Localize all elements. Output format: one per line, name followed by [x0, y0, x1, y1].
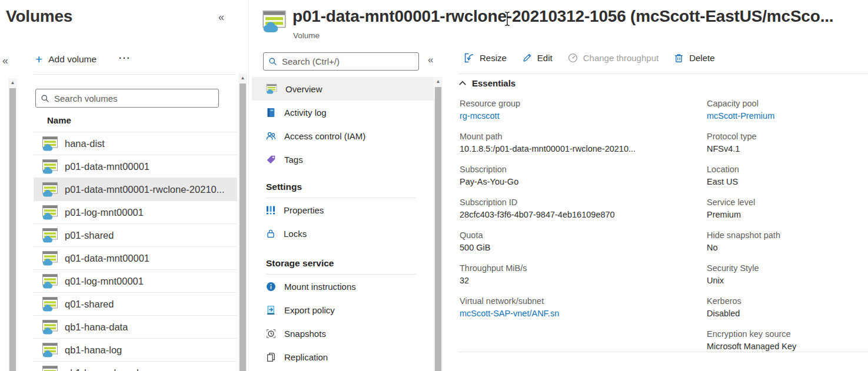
- scroll-up-icon[interactable]: ▲: [238, 75, 247, 82]
- menu-item-label: Tags: [284, 155, 303, 165]
- volume-list-item[interactable]: qb1-hana-data: [34, 316, 237, 339]
- volume-name: q01-shared: [65, 299, 114, 310]
- volume-list-item[interactable]: p01-log-mnt00001: [34, 201, 237, 224]
- menu-item-replication[interactable]: Replication: [252, 345, 434, 369]
- resize-icon: [464, 53, 474, 63]
- field-value: Premium: [707, 208, 867, 221]
- menu-item-label: Properties: [284, 205, 324, 215]
- search-volumes-input[interactable]: [54, 93, 214, 103]
- volume-icon: [42, 250, 58, 266]
- volume-list-item[interactable]: q01-data-mnt00001: [34, 247, 237, 270]
- volume-list-item[interactable]: qb1-hana-log: [34, 339, 237, 362]
- edit-button[interactable]: Edit: [522, 53, 553, 63]
- delete-button[interactable]: Delete: [674, 53, 714, 63]
- volume-list-item-selected[interactable]: p01-data-mnt00001-rwclone-20210...: [34, 178, 237, 201]
- blade-search-box[interactable]: [263, 52, 419, 71]
- volume-icon: [42, 182, 58, 197]
- field-value: Unix: [707, 274, 867, 287]
- outer-blade-collapse-icon[interactable]: «: [2, 55, 8, 66]
- tag-icon: [266, 155, 276, 165]
- scrollbar-thumb[interactable]: [240, 83, 246, 371]
- blade-search-input[interactable]: [282, 56, 414, 66]
- menu-item-mount-instructions[interactable]: Mount instructions: [252, 275, 434, 298]
- volume-list-item[interactable]: p01-shared: [34, 224, 237, 247]
- resize-button[interactable]: Resize: [464, 53, 507, 63]
- essentials-field: Encryption key source Microsoft Managed …: [707, 328, 867, 353]
- volume-list-item[interactable]: q01-log-mnt00001: [34, 270, 237, 293]
- properties-icon: [266, 205, 275, 215]
- field-label: Mount path: [460, 131, 702, 142]
- virtual-network-link[interactable]: mcScott-SAP-vnet/ANF.sn: [460, 307, 702, 320]
- lock-icon: [266, 229, 275, 238]
- volume-list-item[interactable]: q01-shared: [34, 293, 237, 316]
- field-label: Protocol type: [707, 131, 867, 142]
- volume-list-item[interactable]: p01-data-mnt00001: [34, 155, 237, 178]
- add-volume-label: Add volume: [48, 54, 97, 65]
- edit-label: Edit: [537, 53, 553, 63]
- scrollbar-thumb[interactable]: [435, 87, 441, 371]
- edit-icon: [522, 53, 532, 63]
- menu-item-label: Snapshots: [284, 329, 326, 339]
- field-label: Security Style: [707, 262, 867, 274]
- menu-item-locks[interactable]: Locks: [252, 222, 434, 245]
- menu-item-overview[interactable]: Overview: [252, 77, 434, 101]
- volume-name: qb1-hana-shared: [65, 367, 139, 371]
- activity-log-icon: [266, 108, 276, 118]
- menu-item-activity-log[interactable]: Activity log: [252, 101, 434, 124]
- field-label: Encryption key source: [707, 328, 867, 340]
- left-strip-scrollbar[interactable]: ▲: [8, 78, 17, 371]
- essentials-toggle[interactable]: Essentials: [458, 78, 516, 88]
- scroll-up-icon[interactable]: ▲: [8, 79, 17, 86]
- change-throughput-label: Change throughput: [583, 53, 659, 63]
- field-label: Throughput MiB/s: [460, 262, 702, 274]
- menu-item-snapshots[interactable]: Snapshots: [252, 322, 434, 345]
- menu-item-tags[interactable]: Tags: [252, 148, 434, 171]
- volume-icon: [42, 365, 58, 371]
- field-label: Hide snapshot path: [707, 229, 867, 241]
- capacity-pool-link[interactable]: mcScott-Premium: [707, 109, 867, 122]
- toolbar-divider: [34, 74, 236, 75]
- delete-label: Delete: [689, 53, 714, 63]
- blade-title: p01-data-mnt00001-rwclone-20210312-1056 …: [292, 7, 856, 26]
- volume-name: p01-log-mnt00001: [65, 207, 144, 218]
- volume-name: q01-log-mnt00001: [65, 276, 144, 287]
- scrollbar-thumb[interactable]: [9, 88, 16, 371]
- essentials-field: Hide snapshot path No: [707, 229, 867, 254]
- field-label: Subscription ID: [460, 196, 702, 208]
- menu-item-access-control[interactable]: Access control (IAM): [252, 124, 434, 148]
- field-label: Kerberos: [707, 295, 867, 307]
- menu-item-label: Export policy: [284, 305, 335, 315]
- volume-icon: [42, 136, 58, 151]
- volume-icon: [42, 319, 58, 335]
- volumes-blade-collapse-icon[interactable]: «: [218, 12, 224, 22]
- volume-list: hana-dist p01-data-mnt00001 p01-data-mnt…: [34, 132, 237, 371]
- volume-icon: [42, 159, 58, 174]
- volume-list-scrollbar[interactable]: ▲: [238, 73, 247, 371]
- menu-item-label: Mount instructions: [284, 282, 356, 292]
- essentials-left-column: Resource group rg-mcscott Mount path 10.…: [460, 98, 702, 328]
- menu-item-label: Replication: [284, 352, 328, 362]
- search-volumes-box[interactable]: [35, 89, 219, 108]
- menu-item-export-policy[interactable]: Export policy: [252, 298, 434, 322]
- delete-icon: [674, 53, 684, 63]
- volume-name: qb1-hana-data: [65, 322, 128, 333]
- menu-scrollbar[interactable]: ▲: [434, 77, 443, 371]
- menu-item-properties[interactable]: Properties: [252, 198, 434, 222]
- volume-list-column-header: Name: [47, 115, 71, 125]
- menu-collapse-icon[interactable]: «: [428, 55, 433, 65]
- resource-group-link[interactable]: rg-mcscott: [460, 109, 702, 122]
- volume-list-item[interactable]: hana-dist: [34, 132, 237, 155]
- essentials-field: Resource group rg-mcscott: [460, 98, 702, 122]
- change-throughput-button[interactable]: Change throughput: [568, 53, 659, 63]
- snapshots-icon: [266, 329, 276, 339]
- field-label: Quota: [460, 229, 702, 241]
- volume-list-item[interactable]: qb1-hana-shared: [34, 362, 237, 371]
- volume-icon: [262, 9, 287, 33]
- more-options-button[interactable]: ⋯: [118, 51, 131, 65]
- plus-icon: +: [35, 54, 42, 65]
- add-volume-button[interactable]: + Add volume: [35, 54, 97, 65]
- essentials-field: Virtual network/subnet mcScott-SAP-vnet/…: [460, 295, 702, 320]
- scroll-up-icon[interactable]: ▲: [434, 78, 443, 85]
- essentials-field: Throughput MiB/s 32: [460, 262, 702, 287]
- volume-icon: [42, 205, 58, 220]
